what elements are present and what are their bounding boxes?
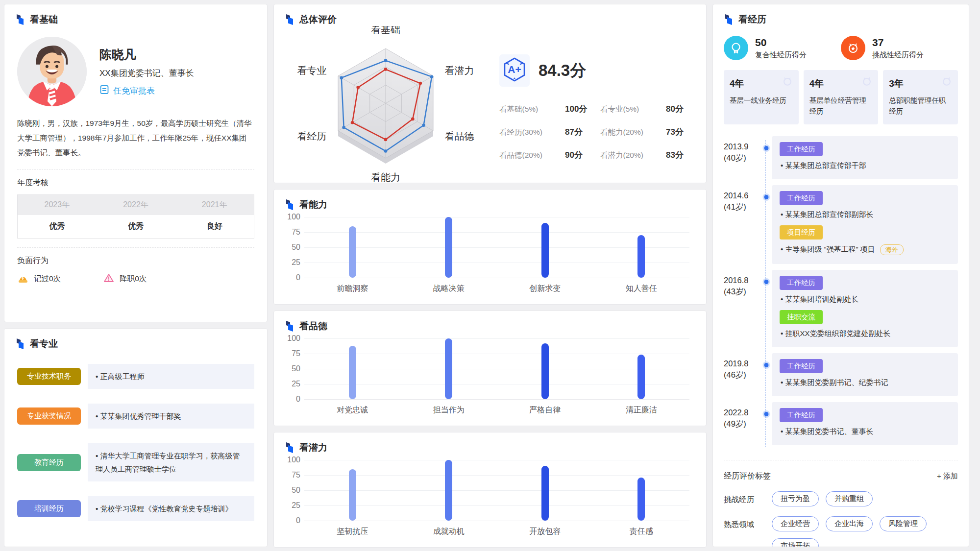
bar-slot xyxy=(497,217,593,278)
timeline-gutter xyxy=(761,136,772,185)
y-tick: 50 xyxy=(292,364,300,373)
challenge-tags-group: 挑战经历 扭亏为盈 并购重组 xyxy=(724,491,958,506)
summary-label: 总部职能管理任职经历 xyxy=(889,95,952,117)
bar xyxy=(349,226,356,278)
x-label: 坚韧抗压 xyxy=(304,527,401,537)
radar-point xyxy=(430,75,434,78)
tag-pill[interactable]: 企业出海 xyxy=(826,516,873,531)
bar-slot xyxy=(593,460,690,521)
timeline-age: (43岁) xyxy=(724,286,761,297)
radar-axis-label: 看品德 xyxy=(444,131,474,142)
profession-rows: 专业技术职务 正高级工程师 专业获奖情况 某某集团优秀管理干部奖 教育经历 清华… xyxy=(4,364,267,521)
bar xyxy=(637,478,645,521)
experience-tags-header: 经历评价标签 + 添加 xyxy=(724,471,958,481)
profession-badge: 教育经历 xyxy=(17,454,81,471)
tag-pill[interactable]: 市场开拓 xyxy=(772,538,819,547)
timeline-gutter xyxy=(761,270,772,353)
timeline-dot xyxy=(764,412,769,416)
radar-axis-label: 看基础 xyxy=(371,26,400,35)
year-header: 2023年 xyxy=(18,200,97,210)
x-axis-labels: 前瞻洞察 战略决策 创新求变 知人善任 xyxy=(304,284,689,294)
bar-slot xyxy=(401,217,497,278)
timeline-year: 2016.8 xyxy=(724,275,761,286)
person-position: XX集团党委书记、董事长 xyxy=(99,68,194,79)
x-axis-labels: 坚韧抗压 成就动机 开放包容 责任感 xyxy=(304,527,689,537)
timeline-dot xyxy=(764,195,769,199)
metric-label: 看经历(30%) xyxy=(499,127,557,138)
medal-watermark-icon xyxy=(781,75,794,90)
tag-pill[interactable]: 企业经营 xyxy=(772,516,819,531)
baseline xyxy=(304,521,689,521)
profession-row-content: 某某集团优秀管理干部奖 xyxy=(88,404,254,429)
radar-point xyxy=(419,82,422,85)
overall-card-header: 总体评价 xyxy=(274,4,706,26)
challenge-score: 37 挑战性经历得分 xyxy=(841,36,958,60)
overall-body: 看基础看潜力看品德看能力看经历看专业 A+ xyxy=(274,26,706,183)
score-metrics: 看基础(5%)100分 看专业(5%)80分 看经历(30%)87分 看能力(2… xyxy=(499,103,688,161)
divider xyxy=(17,247,254,248)
profession-row-content: 正高级工程师 xyxy=(88,364,254,389)
metric-label: 看品德(20%) xyxy=(499,150,557,161)
x-label: 成就动机 xyxy=(401,527,497,537)
medal-icon xyxy=(724,36,748,60)
y-tick: 0 xyxy=(296,395,300,404)
siren-icon xyxy=(17,272,29,286)
bar-slot xyxy=(304,217,401,278)
profession-badge: 专业获奖情况 xyxy=(17,407,81,425)
timeline-item: 2014.6 (41岁) 工作经历 某某集团总部宣传部副部长 项目经历 主导集团… xyxy=(724,185,958,270)
profession-row: 专业技术职务 正高级工程师 xyxy=(4,364,267,389)
timeline-year: 2014.6 xyxy=(724,190,761,201)
tag-pill[interactable]: 并购重组 xyxy=(826,491,873,506)
metric: 看专业(5%)80分 xyxy=(600,103,688,115)
timeline-dot xyxy=(764,146,769,150)
annual-review-value-row: 优秀 优秀 良好 xyxy=(18,215,254,238)
radar-axis-label: 看经历 xyxy=(297,131,327,142)
challenge-score-text: 37 挑战性经历得分 xyxy=(872,37,924,60)
approval-form-link[interactable]: 任免审批表 xyxy=(99,85,194,97)
entry-type-badge: 工作经历 xyxy=(780,359,823,373)
star-medal-icon xyxy=(841,36,865,60)
summary-card: 4年 基层一线业务经历 xyxy=(724,70,799,124)
y-axis: 100 75 50 25 0 xyxy=(282,338,304,399)
timeline-entry-card: 工作经历 某某集团总部宣传部干部 xyxy=(772,136,958,179)
timeline-gutter xyxy=(761,185,772,270)
rating-value: 优秀 xyxy=(18,221,97,232)
bar xyxy=(445,338,452,399)
metric: 看品德(20%)90分 xyxy=(499,149,588,161)
profession-row: 培训经历 党校学习课程《党性教育党史专题培训》 xyxy=(4,496,267,521)
basics-card: 看基础 xyxy=(4,4,268,322)
add-tag-button[interactable]: + 添加 xyxy=(937,472,958,481)
composite-score-value: 50 xyxy=(755,37,807,48)
radar-point xyxy=(342,126,345,129)
radar-chart-wrap: 看基础看潜力看品德看能力看经历看专业 xyxy=(274,26,499,183)
radar-point xyxy=(384,68,388,71)
tags-section-title: 经历评价标签 xyxy=(724,471,771,481)
x-label: 知人善任 xyxy=(593,284,690,294)
profession-card: 看专业 专业技术职务 正高级工程师 专业获奖情况 某某集团优秀管理干部奖 教育经… xyxy=(4,328,268,547)
bar xyxy=(541,466,549,521)
bar-slot xyxy=(497,338,593,399)
negative-behavior-title: 负面行为 xyxy=(17,256,254,266)
challenge-score-label: 挑战性经历得分 xyxy=(872,50,924,60)
section-flag-icon xyxy=(285,199,294,211)
profession-row-text: 清华大学工商管理专业在职学习，获高级管理人员工商管理硕士学位 xyxy=(96,452,240,473)
basics-card-header: 看基础 xyxy=(4,4,267,26)
profession-row-text: 某某集团优秀管理干部奖 xyxy=(96,412,181,420)
potential-card-header: 看潜力 xyxy=(274,432,706,454)
tag-pill[interactable]: 扭亏为盈 xyxy=(772,491,819,506)
grade-badge-text: A+ xyxy=(508,64,521,75)
entry-type-badge: 工作经历 xyxy=(780,408,823,422)
summary-label: 基层一线业务经历 xyxy=(730,95,793,106)
timeline-date: 2014.6 (41岁) xyxy=(724,185,761,270)
entry-type-badge: 挂职交流 xyxy=(780,310,823,324)
timeline-date: 2019.8 (46岁) xyxy=(724,353,761,402)
entry-text: 主导集团级 “强基工程” 项目 xyxy=(781,245,875,253)
y-tick: 50 xyxy=(292,243,300,252)
timeline-entry-card: 工作经历 某某集团党委副书记、纪委书记 xyxy=(772,353,958,396)
demotion-label: 降职0次 xyxy=(120,274,147,284)
bars xyxy=(304,217,689,278)
medal-watermark-icon xyxy=(860,75,873,90)
experience-scores: 50 复合性经历得分 37 挑战性经历得分 xyxy=(724,36,958,60)
tag-pill[interactable]: 风险管理 xyxy=(880,516,927,531)
radar-axis-label: 看潜力 xyxy=(444,65,474,76)
